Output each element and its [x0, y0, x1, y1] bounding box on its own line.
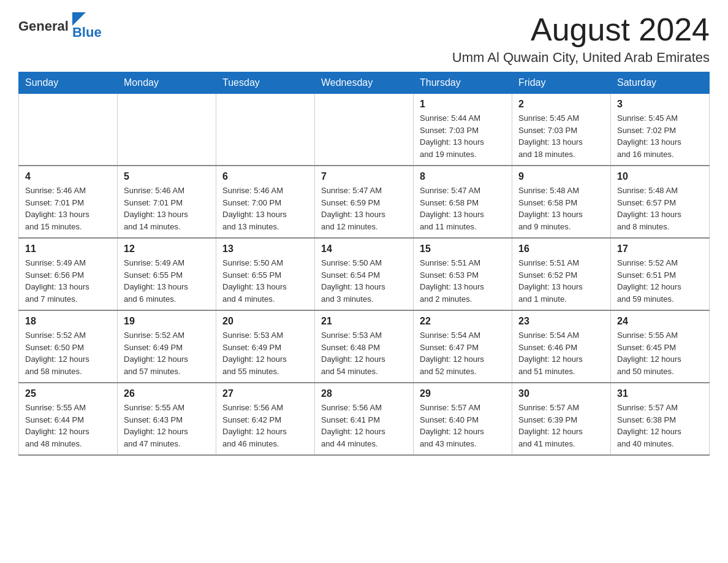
calendar-cell: 9Sunrise: 5:48 AM Sunset: 6:58 PM Daylig… [512, 166, 611, 238]
day-number: 11 [25, 243, 111, 255]
day-number: 4 [25, 171, 111, 182]
calendar-cell: 12Sunrise: 5:49 AM Sunset: 6:55 PM Dayli… [118, 238, 216, 310]
day-info: Sunrise: 5:50 AM Sunset: 6:54 PM Dayligh… [321, 257, 407, 305]
calendar-cell: 3Sunrise: 5:45 AM Sunset: 7:02 PM Daylig… [611, 94, 710, 166]
calendar-cell: 23Sunrise: 5:54 AM Sunset: 6:46 PM Dayli… [512, 310, 611, 383]
col-header-tuesday: Tuesday [216, 72, 315, 94]
day-number: 30 [518, 388, 604, 399]
calendar-cell [19, 94, 118, 166]
calendar-cell: 31Sunrise: 5:57 AM Sunset: 6:38 PM Dayli… [611, 383, 710, 455]
day-number: 26 [124, 388, 210, 399]
day-number: 16 [518, 243, 604, 255]
title-area: August 2024 Umm Al Quwain City, United A… [452, 12, 710, 66]
calendar-cell: 19Sunrise: 5:52 AM Sunset: 6:49 PM Dayli… [118, 310, 216, 383]
calendar-cell: 26Sunrise: 5:55 AM Sunset: 6:43 PM Dayli… [118, 383, 216, 455]
day-info: Sunrise: 5:50 AM Sunset: 6:55 PM Dayligh… [222, 257, 308, 305]
calendar-cell: 15Sunrise: 5:51 AM Sunset: 6:53 PM Dayli… [414, 238, 512, 310]
calendar-week-row: 1Sunrise: 5:44 AM Sunset: 7:03 PM Daylig… [19, 94, 710, 166]
calendar-cell: 13Sunrise: 5:50 AM Sunset: 6:55 PM Dayli… [216, 238, 315, 310]
day-info: Sunrise: 5:57 AM Sunset: 6:38 PM Dayligh… [617, 402, 703, 450]
day-info: Sunrise: 5:47 AM Sunset: 6:58 PM Dayligh… [420, 185, 506, 232]
logo-text-general: General [18, 18, 69, 34]
calendar-cell: 10Sunrise: 5:48 AM Sunset: 6:57 PM Dayli… [611, 166, 710, 238]
day-number: 18 [25, 316, 111, 327]
day-number: 20 [222, 316, 308, 327]
day-info: Sunrise: 5:48 AM Sunset: 6:57 PM Dayligh… [617, 185, 703, 232]
day-number: 22 [420, 316, 506, 327]
day-number: 2 [518, 99, 604, 110]
col-header-friday: Friday [512, 72, 611, 94]
day-number: 6 [222, 171, 308, 182]
calendar-cell: 17Sunrise: 5:52 AM Sunset: 6:51 PM Dayli… [611, 238, 710, 310]
calendar-cell: 14Sunrise: 5:50 AM Sunset: 6:54 PM Dayli… [315, 238, 414, 310]
calendar-cell: 7Sunrise: 5:47 AM Sunset: 6:59 PM Daylig… [315, 166, 414, 238]
calendar-cell: 28Sunrise: 5:56 AM Sunset: 6:41 PM Dayli… [315, 383, 414, 455]
day-info: Sunrise: 5:54 AM Sunset: 6:46 PM Dayligh… [518, 329, 604, 377]
day-number: 3 [617, 99, 703, 110]
calendar-cell: 1Sunrise: 5:44 AM Sunset: 7:03 PM Daylig… [414, 94, 512, 166]
day-number: 10 [617, 171, 703, 182]
calendar-table: SundayMondayTuesdayWednesdayThursdayFrid… [18, 72, 710, 456]
day-info: Sunrise: 5:56 AM Sunset: 6:41 PM Dayligh… [321, 402, 407, 450]
day-number: 7 [321, 171, 407, 182]
calendar-cell [315, 94, 414, 166]
day-info: Sunrise: 5:56 AM Sunset: 6:42 PM Dayligh… [222, 402, 308, 450]
col-header-wednesday: Wednesday [315, 72, 414, 94]
day-info: Sunrise: 5:51 AM Sunset: 6:52 PM Dayligh… [518, 257, 604, 305]
day-number: 19 [124, 316, 210, 327]
day-number: 8 [420, 171, 506, 182]
calendar-week-row: 18Sunrise: 5:52 AM Sunset: 6:50 PM Dayli… [19, 310, 710, 383]
day-info: Sunrise: 5:53 AM Sunset: 6:48 PM Dayligh… [321, 329, 407, 377]
day-info: Sunrise: 5:47 AM Sunset: 6:59 PM Dayligh… [321, 185, 407, 232]
day-info: Sunrise: 5:52 AM Sunset: 6:49 PM Dayligh… [124, 329, 210, 377]
col-header-monday: Monday [118, 72, 216, 94]
day-number: 1 [420, 99, 506, 110]
calendar-cell: 11Sunrise: 5:49 AM Sunset: 6:56 PM Dayli… [19, 238, 118, 310]
day-info: Sunrise: 5:46 AM Sunset: 7:01 PM Dayligh… [124, 185, 210, 232]
calendar-cell: 4Sunrise: 5:46 AM Sunset: 7:01 PM Daylig… [19, 166, 118, 238]
day-info: Sunrise: 5:54 AM Sunset: 6:47 PM Dayligh… [420, 329, 506, 377]
day-number: 27 [222, 388, 308, 399]
calendar-cell: 21Sunrise: 5:53 AM Sunset: 6:48 PM Dayli… [315, 310, 414, 383]
calendar-cell [118, 94, 216, 166]
day-number: 31 [617, 388, 703, 399]
day-info: Sunrise: 5:51 AM Sunset: 6:53 PM Dayligh… [420, 257, 506, 305]
calendar-cell: 16Sunrise: 5:51 AM Sunset: 6:52 PM Dayli… [512, 238, 611, 310]
calendar-cell [216, 94, 315, 166]
day-number: 13 [222, 243, 308, 255]
day-number: 24 [617, 316, 703, 327]
calendar-cell: 27Sunrise: 5:56 AM Sunset: 6:42 PM Dayli… [216, 383, 315, 455]
calendar-cell: 2Sunrise: 5:45 AM Sunset: 7:03 PM Daylig… [512, 94, 611, 166]
calendar-cell: 22Sunrise: 5:54 AM Sunset: 6:47 PM Dayli… [414, 310, 512, 383]
day-info: Sunrise: 5:48 AM Sunset: 6:58 PM Dayligh… [518, 185, 604, 232]
day-info: Sunrise: 5:55 AM Sunset: 6:45 PM Dayligh… [617, 329, 703, 377]
day-info: Sunrise: 5:53 AM Sunset: 6:49 PM Dayligh… [222, 329, 308, 377]
calendar-header-row: SundayMondayTuesdayWednesdayThursdayFrid… [19, 72, 710, 94]
logo-triangle-icon [72, 12, 86, 26]
day-number: 29 [420, 388, 506, 399]
day-info: Sunrise: 5:49 AM Sunset: 6:55 PM Dayligh… [124, 257, 210, 305]
day-number: 9 [518, 171, 604, 182]
day-number: 14 [321, 243, 407, 255]
location-title: Umm Al Quwain City, United Arab Emirates [452, 50, 710, 66]
logo-text-blue: Blue [72, 25, 102, 40]
day-number: 21 [321, 316, 407, 327]
calendar-cell: 20Sunrise: 5:53 AM Sunset: 6:49 PM Dayli… [216, 310, 315, 383]
day-info: Sunrise: 5:44 AM Sunset: 7:03 PM Dayligh… [420, 112, 506, 160]
col-header-sunday: Sunday [19, 72, 118, 94]
day-info: Sunrise: 5:57 AM Sunset: 6:40 PM Dayligh… [420, 402, 506, 450]
day-number: 25 [25, 388, 111, 399]
calendar-week-row: 25Sunrise: 5:55 AM Sunset: 6:44 PM Dayli… [19, 383, 710, 455]
calendar-cell: 6Sunrise: 5:46 AM Sunset: 7:00 PM Daylig… [216, 166, 315, 238]
calendar-week-row: 11Sunrise: 5:49 AM Sunset: 6:56 PM Dayli… [19, 238, 710, 310]
day-info: Sunrise: 5:55 AM Sunset: 6:43 PM Dayligh… [124, 402, 210, 450]
calendar-cell: 24Sunrise: 5:55 AM Sunset: 6:45 PM Dayli… [611, 310, 710, 383]
day-info: Sunrise: 5:46 AM Sunset: 7:00 PM Dayligh… [222, 185, 308, 232]
logo: General Blue [18, 12, 102, 40]
calendar-cell: 25Sunrise: 5:55 AM Sunset: 6:44 PM Dayli… [19, 383, 118, 455]
calendar-cell: 5Sunrise: 5:46 AM Sunset: 7:01 PM Daylig… [118, 166, 216, 238]
day-info: Sunrise: 5:52 AM Sunset: 6:51 PM Dayligh… [617, 257, 703, 305]
month-title: August 2024 [452, 12, 710, 47]
day-info: Sunrise: 5:52 AM Sunset: 6:50 PM Dayligh… [25, 329, 111, 377]
calendar-cell: 18Sunrise: 5:52 AM Sunset: 6:50 PM Dayli… [19, 310, 118, 383]
